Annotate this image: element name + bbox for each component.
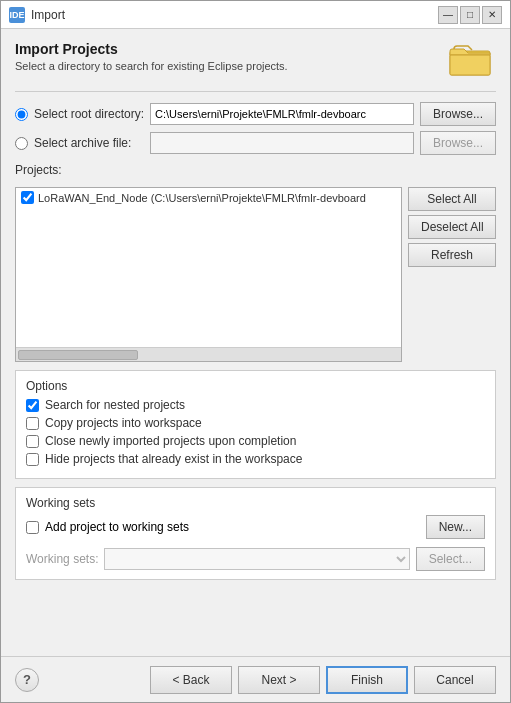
- import-dialog: IDE Import — □ ✕ Import Projects Select …: [0, 0, 511, 703]
- project-item-text: LoRaWAN_End_Node (C:\Users\erni\Projekte…: [38, 192, 366, 204]
- working-sets-add-row: Add project to working sets New...: [26, 515, 485, 539]
- scrollbar-thumb[interactable]: [18, 350, 138, 360]
- title-bar-left: IDE Import: [9, 7, 65, 23]
- radio-directory-label[interactable]: Select root directory:: [34, 107, 144, 121]
- options-section: Options Search for nested projects Copy …: [15, 370, 496, 479]
- working-sets-checkbox[interactable]: [26, 521, 39, 534]
- back-button[interactable]: < Back: [150, 666, 232, 694]
- cancel-button[interactable]: Cancel: [414, 666, 496, 694]
- option-checkbox-1[interactable]: [26, 417, 39, 430]
- horizontal-scrollbar[interactable]: [16, 347, 401, 361]
- working-sets-select[interactable]: [104, 548, 409, 570]
- close-button[interactable]: ✕: [482, 6, 502, 24]
- option-row-1: Copy projects into workspace: [26, 416, 485, 430]
- option-label-1[interactable]: Copy projects into workspace: [45, 416, 202, 430]
- svg-rect-1: [450, 55, 490, 75]
- radio-archive-label[interactable]: Select archive file:: [34, 136, 144, 150]
- option-label-0[interactable]: Search for nested projects: [45, 398, 185, 412]
- radio-archive[interactable]: [15, 137, 28, 150]
- radio-section: Select root directory: Browse... Select …: [15, 102, 496, 155]
- directory-input[interactable]: [150, 103, 414, 125]
- option-row-3: Hide projects that already exist in the …: [26, 452, 485, 466]
- working-sets-title: Working sets: [26, 496, 485, 510]
- project-checkbox[interactable]: [21, 191, 34, 204]
- minimize-button[interactable]: —: [438, 6, 458, 24]
- dialog-title: Import Projects: [15, 41, 288, 57]
- option-label-2[interactable]: Close newly imported projects upon compl…: [45, 434, 296, 448]
- working-sets-add-label[interactable]: Add project to working sets: [45, 520, 189, 534]
- window-controls: — □ ✕: [438, 6, 502, 24]
- project-action-buttons: Select All Deselect All Refresh: [408, 187, 496, 362]
- header-divider: [15, 91, 496, 92]
- footer-buttons: < Back Next > Finish Cancel: [150, 666, 496, 694]
- archive-input[interactable]: [150, 132, 414, 154]
- dialog-content: Import Projects Select a directory to se…: [1, 29, 510, 656]
- option-checkbox-2[interactable]: [26, 435, 39, 448]
- working-sets-section: Working sets Add project to working sets…: [15, 487, 496, 580]
- refresh-button[interactable]: Refresh: [408, 243, 496, 267]
- working-sets-new-button[interactable]: New...: [426, 515, 485, 539]
- maximize-button[interactable]: □: [460, 6, 480, 24]
- option-row-2: Close newly imported projects upon compl…: [26, 434, 485, 448]
- options-title: Options: [26, 379, 485, 393]
- dialog-footer: ? < Back Next > Finish Cancel: [1, 656, 510, 702]
- header-text: Import Projects Select a directory to se…: [15, 41, 288, 72]
- title-bar: IDE Import — □ ✕: [1, 1, 510, 29]
- option-label-3[interactable]: Hide projects that already exist in the …: [45, 452, 302, 466]
- select-all-button[interactable]: Select All: [408, 187, 496, 211]
- window-title: Import: [31, 8, 65, 22]
- header-section: Import Projects Select a directory to se…: [15, 41, 496, 81]
- list-item[interactable]: LoRaWAN_End_Node (C:\Users\erni\Projekte…: [16, 188, 401, 207]
- radio-directory[interactable]: [15, 108, 28, 121]
- next-button[interactable]: Next >: [238, 666, 320, 694]
- app-icon: IDE: [9, 7, 25, 23]
- option-row-0: Search for nested projects: [26, 398, 485, 412]
- working-sets-field-row: Working sets: Select...: [26, 547, 485, 571]
- working-sets-select-button[interactable]: Select...: [416, 547, 485, 571]
- working-sets-field-label: Working sets:: [26, 552, 98, 566]
- projects-area: LoRaWAN_End_Node (C:\Users\erni\Projekte…: [15, 187, 496, 362]
- projects-list: LoRaWAN_End_Node (C:\Users\erni\Projekte…: [16, 188, 401, 347]
- archive-row: Select archive file: Browse...: [15, 131, 496, 155]
- option-checkbox-3[interactable]: [26, 453, 39, 466]
- finish-button[interactable]: Finish: [326, 666, 408, 694]
- projects-label: Projects:: [15, 163, 496, 177]
- option-checkbox-0[interactable]: [26, 399, 39, 412]
- header-icon: [448, 41, 496, 81]
- browse-directory-button[interactable]: Browse...: [420, 102, 496, 126]
- help-button[interactable]: ?: [15, 668, 39, 692]
- deselect-all-button[interactable]: Deselect All: [408, 215, 496, 239]
- directory-row: Select root directory: Browse...: [15, 102, 496, 126]
- browse-archive-button[interactable]: Browse...: [420, 131, 496, 155]
- dialog-subtitle: Select a directory to search for existin…: [15, 60, 288, 72]
